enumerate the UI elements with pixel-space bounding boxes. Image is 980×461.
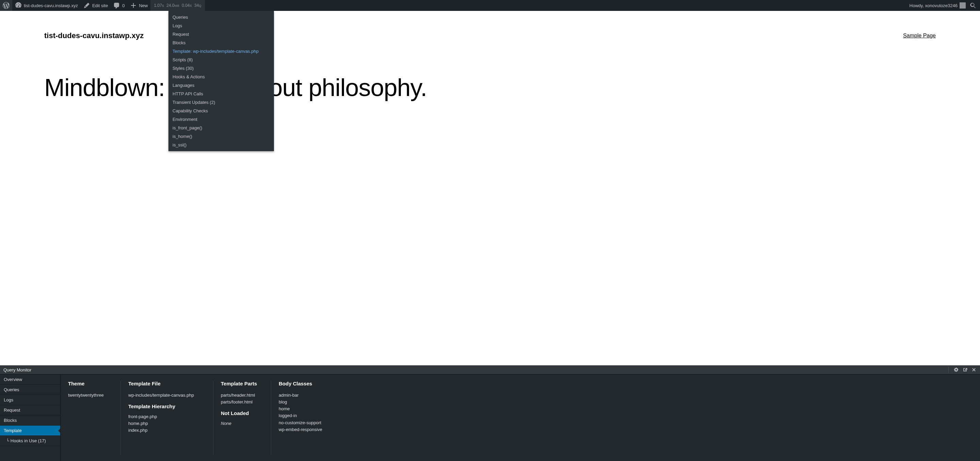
admin-bar-left: tist-dudes-cavu.instawp.xyz Edit site 0 … [0, 0, 205, 11]
dropdown-item[interactable]: Logs [169, 21, 274, 30]
qm-col-theme: Theme twentytwentythree [68, 381, 121, 455]
wp-logo[interactable] [0, 0, 12, 11]
qm-time: 1.07S [154, 3, 164, 8]
dropdown-item[interactable]: Queries [169, 13, 274, 21]
body-classes-list: admin-barbloghomelogged-inno-customize-s… [279, 392, 322, 433]
template-file-value: wp-includes/template-canvas.php [128, 392, 199, 399]
dropdown-item[interactable]: is_home() [169, 132, 274, 140]
dropdown-item[interactable]: Template: wp-includes/template-canvas.ph… [169, 47, 274, 56]
gear-icon[interactable] [953, 367, 959, 372]
qm-panel-header: Query Monitor [0, 365, 980, 375]
popout-icon[interactable] [962, 367, 968, 372]
hierarchy-list: front-page.phphome.phpindex.php [128, 413, 199, 434]
nav-sample-page[interactable]: Sample Page [903, 33, 936, 39]
not-loaded-heading: Not Loaded [221, 410, 257, 416]
new-content-link[interactable]: New [127, 0, 150, 11]
hierarchy-item: front-page.php [128, 413, 199, 420]
dropdown-item[interactable]: is_ssl() [169, 140, 274, 149]
new-text: New [139, 3, 148, 8]
theme-heading: Theme [68, 381, 107, 386]
wordpress-icon [3, 2, 10, 9]
parts-heading: Template Parts [221, 381, 257, 386]
theme-name: twentytwentythree [68, 392, 107, 399]
plus-icon [130, 2, 137, 9]
admin-bar-right: Howdy, xonovutoze3246 [907, 0, 980, 11]
search-toggle[interactable] [969, 0, 978, 11]
qm-tab[interactable]: Template [0, 426, 60, 436]
qm-panel: Query Monitor OverviewQueriesLogsRequest… [0, 365, 980, 461]
qm-tab[interactable]: └ Hooks in Use (17) [0, 436, 60, 446]
qm-tab[interactable]: Blocks [0, 415, 60, 426]
qm-tab[interactable]: Overview [0, 375, 60, 385]
qm-content: Theme twentytwentythree Template File wp… [60, 375, 980, 461]
comment-icon [113, 2, 120, 9]
part-item: parts/footer.html [221, 399, 257, 405]
qm-col-parts: Template Parts parts/header.htmlparts/fo… [221, 381, 271, 455]
dropdown-item[interactable]: Styles (30) [169, 64, 274, 73]
edit-icon [83, 2, 90, 9]
body-class-item: logged-in [279, 412, 322, 419]
site-name-link[interactable]: tist-dudes-cavu.instawp.xyz [12, 0, 81, 11]
comments-link[interactable]: 0 [111, 0, 127, 11]
dropdown-item[interactable]: Environment [169, 115, 274, 124]
qm-memory: 24.0MB [166, 3, 179, 8]
qm-col-body-classes: Body Classes admin-barbloghomelogged-inn… [279, 381, 336, 455]
page-content: tist-dudes-cavu.instawp.xyz Sample Page … [0, 11, 980, 101]
dropdown-item[interactable]: Hooks & Actions [169, 73, 274, 81]
qm-tab[interactable]: Request [0, 405, 60, 415]
hierarchy-heading: Template Hierarchy [128, 404, 199, 409]
hierarchy-item: home.php [128, 420, 199, 427]
dashboard-icon [15, 2, 22, 9]
avatar [959, 2, 966, 8]
qm-body: OverviewQueriesLogsRequestBlocksTemplate… [0, 375, 980, 461]
template-file-heading: Template File [128, 381, 199, 386]
site-name-text: tist-dudes-cavu.instawp.xyz [24, 3, 78, 8]
search-icon [970, 2, 977, 9]
edit-site-link[interactable]: Edit site [81, 0, 111, 11]
hierarchy-item: index.php [128, 427, 199, 434]
part-item: parts/header.html [221, 392, 257, 399]
page-site-title[interactable]: tist-dudes-cavu.instawp.xyz [44, 31, 143, 40]
qm-stats-button[interactable]: 1.07S 24.0MB 0.04S 34Q [150, 0, 205, 11]
not-loaded-value: None [221, 420, 257, 427]
qm-tab[interactable]: Logs [0, 395, 60, 405]
howdy-text: Howdy, xonovutoze3246 [910, 3, 958, 8]
body-class-item: admin-bar [279, 392, 322, 399]
qm-header-controls [948, 367, 977, 373]
dropdown-item[interactable]: Transient Updates (2) [169, 98, 274, 107]
howdy-account[interactable]: Howdy, xonovutoze3246 [907, 0, 969, 11]
qm-dbtime: 0.04S [182, 3, 192, 8]
body-class-item: no-customize-support [279, 420, 322, 426]
close-icon[interactable] [971, 367, 977, 372]
qm-queries: 34Q [194, 3, 202, 8]
qm-tab[interactable]: Queries [0, 385, 60, 395]
dropdown-item[interactable]: HTTP API Calls [169, 89, 274, 98]
parts-list: parts/header.htmlparts/footer.html [221, 392, 257, 405]
body-class-item: blog [279, 399, 322, 405]
dropdown-item[interactable]: Request [169, 30, 274, 38]
dropdown-item[interactable]: Languages [169, 81, 274, 89]
edit-site-text: Edit site [92, 3, 108, 8]
dropdown-item[interactable]: is_front_page() [169, 124, 274, 132]
qm-col-template: Template File wp-includes/template-canva… [128, 381, 213, 455]
qm-panel-title: Query Monitor [3, 367, 31, 372]
body-classes-heading: Body Classes [279, 381, 322, 386]
dropdown-item[interactable]: Blocks [169, 38, 274, 47]
wp-admin-bar: tist-dudes-cavu.instawp.xyz Edit site 0 … [0, 0, 980, 11]
body-class-item: wp-embed-responsive [279, 426, 322, 433]
body-class-item: home [279, 405, 322, 412]
dropdown-item[interactable]: Capability Checks [169, 107, 274, 115]
qm-sidebar: OverviewQueriesLogsRequestBlocksTemplate… [0, 375, 60, 461]
qm-dropdown-menu: QueriesLogsRequestBlocksTemplate: wp-inc… [169, 11, 274, 151]
dropdown-item[interactable]: Scripts (8) [169, 56, 274, 64]
separator [948, 367, 949, 373]
comments-count: 0 [122, 3, 124, 8]
